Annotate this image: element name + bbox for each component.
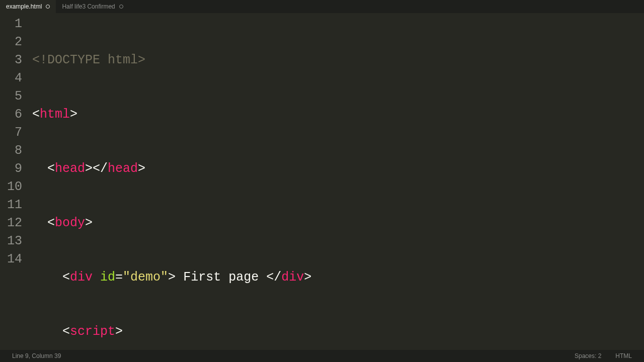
line-number: 8 bbox=[0, 142, 22, 160]
code-area[interactable]: <!DOCTYPE html> <html> <head></head> <bo… bbox=[32, 13, 644, 350]
code-line: <!DOCTYPE html> bbox=[32, 51, 644, 69]
line-number: 4 bbox=[0, 69, 22, 87]
status-language[interactable]: HTML bbox=[608, 352, 639, 359]
line-number: 10 bbox=[0, 178, 22, 196]
tab-example-html[interactable]: example.html bbox=[0, 0, 56, 13]
tab-bar: example.html Half life3 Confirmed bbox=[0, 0, 644, 13]
tab-half-life3[interactable]: Half life3 Confirmed bbox=[56, 0, 129, 13]
code-line: <script> bbox=[32, 323, 644, 341]
line-number-gutter: 1 2 3 4 5 6 7 8 9 10 11 12 13 14 bbox=[0, 13, 32, 350]
tab-label: Half life3 Confirmed bbox=[62, 3, 115, 10]
status-bar: Line 9, Column 39 Spaces: 2 HTML bbox=[0, 350, 644, 362]
line-number: 2 bbox=[0, 33, 22, 51]
line-number: 14 bbox=[0, 250, 22, 268]
line-number: 7 bbox=[0, 124, 22, 142]
dirty-indicator-icon bbox=[46, 5, 50, 9]
line-number: 5 bbox=[0, 87, 22, 106]
line-number: 12 bbox=[0, 214, 22, 232]
line-number: 3 bbox=[0, 51, 22, 69]
code-line: <div id="demo"> First page </div> bbox=[32, 268, 644, 287]
editor: 1 2 3 4 5 6 7 8 9 10 11 12 13 14 <!DOCTY… bbox=[0, 13, 644, 350]
status-indentation[interactable]: Spaces: 2 bbox=[568, 352, 608, 359]
line-number: 1 bbox=[0, 15, 22, 33]
dirty-indicator-icon bbox=[119, 5, 123, 9]
code-line: <body> bbox=[32, 214, 644, 232]
tab-label: example.html bbox=[6, 3, 42, 10]
line-number: 11 bbox=[0, 196, 22, 214]
code-line: <head></head> bbox=[32, 160, 644, 178]
code-line: <html> bbox=[32, 106, 644, 124]
line-number: 9 bbox=[0, 160, 22, 178]
line-number: 6 bbox=[0, 106, 22, 124]
status-cursor-position[interactable]: Line 9, Column 39 bbox=[5, 352, 68, 359]
line-number: 13 bbox=[0, 232, 22, 250]
